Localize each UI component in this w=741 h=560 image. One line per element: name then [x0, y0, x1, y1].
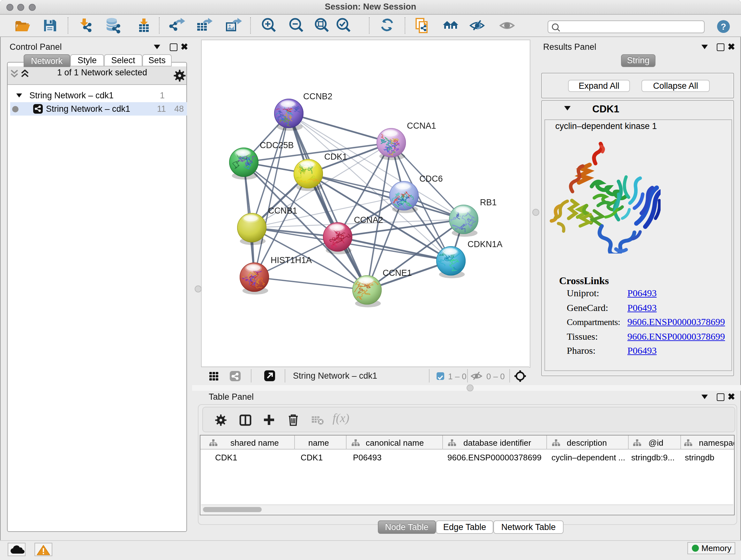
svg-text:CDC25B: CDC25B [260, 140, 294, 150]
svg-text:CCNE1: CCNE1 [383, 268, 412, 278]
svg-text:CCNA1: CCNA1 [407, 121, 436, 131]
svg-text:CDK1: CDK1 [324, 152, 347, 162]
svg-text:RB1: RB1 [480, 198, 497, 207]
svg-text:HIST1H1A: HIST1H1A [271, 255, 312, 265]
svg-text:CCNA2: CCNA2 [354, 215, 383, 225]
svg-text:CDC6: CDC6 [419, 174, 443, 184]
svg-text:CDKN1A: CDKN1A [468, 240, 502, 249]
svg-text:CCNB2: CCNB2 [303, 91, 333, 101]
svg-text:?: ? [721, 22, 726, 32]
svg-text:CCNB1: CCNB1 [268, 206, 297, 215]
